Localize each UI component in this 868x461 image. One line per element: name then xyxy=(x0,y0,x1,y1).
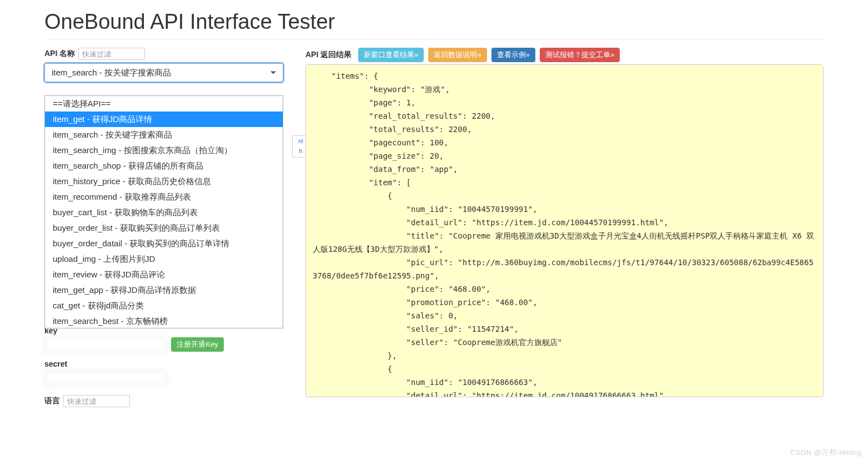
result-section-label: API 返回结果 xyxy=(305,50,352,60)
lang-label: 语言 xyxy=(44,396,60,406)
api-dropdown-item[interactable]: buyer_cart_list - 获取购物车的商品列表 xyxy=(45,205,283,220)
api-dropdown-item[interactable]: item_get - 获得JD商品详情 xyxy=(45,112,283,127)
api-filter-input[interactable] xyxy=(78,48,145,60)
api-dropdown-item[interactable]: item_history_price - 获取商品历史价格信息 xyxy=(45,174,283,189)
api-dropdown-item[interactable]: buyer_order_datail - 获取购买到的商品订单详情 xyxy=(45,236,283,251)
api-dropdown-item[interactable]: item_get_app - 获得JD商品详情原数据 xyxy=(45,282,283,298)
api-dropdown-item[interactable]: item_search_best - 京东畅销榜 xyxy=(45,313,283,328)
lang-filter-input[interactable] xyxy=(63,395,130,407)
api-dropdown-item[interactable]: item_recommend - 获取推荐商品列表 xyxy=(45,189,283,205)
api-dropdown-item[interactable]: item_review - 获得JD商品评论 xyxy=(45,267,283,282)
page-title: OneBound API Interface Tester xyxy=(44,10,824,40)
result-output[interactable]: "items": { "keyword": "游戏", "page": 1, "… xyxy=(305,64,824,397)
chevron-down-icon xyxy=(270,72,276,74)
api-dropdown-item[interactable]: item_search - 按关键字搜索商品 xyxy=(45,127,283,143)
data-desc-button[interactable]: 返回数据说明» xyxy=(428,48,486,62)
left-panel: API 名称 item_search - 按关键字搜索商品 ==请选择API==… xyxy=(44,48,289,409)
api-dropdown-list: ==请选择API==item_get - 获得JD商品详情item_search… xyxy=(44,95,283,328)
secret-input[interactable] xyxy=(44,371,167,386)
secret-label: secret xyxy=(44,359,289,368)
api-dropdown-item[interactable]: item_search_img - 按图搜索京东商品（拍立淘） xyxy=(45,143,283,158)
api-name-label: API 名称 xyxy=(44,49,75,59)
api-select-value: item_search - 按关键字搜索商品 xyxy=(52,68,171,78)
view-example-button[interactable]: 查看示例» xyxy=(491,48,535,62)
register-key-button[interactable]: 注册开通Key xyxy=(171,337,223,352)
api-dropdown-item[interactable]: buyer_order_list - 获取购买到的商品订单列表 xyxy=(45,220,283,236)
report-error-button[interactable]: 测试报错？提交工单» xyxy=(540,48,620,62)
right-panel: API 返回结果 新窗口查看结果» 返回数据说明» 查看示例» 测试报错？提交工… xyxy=(305,48,824,409)
new-window-button[interactable]: 新窗口查看结果» xyxy=(358,48,424,62)
api-select[interactable]: item_search - 按关键字搜索商品 xyxy=(44,63,283,82)
api-dropdown-item[interactable]: item_search_shop - 获得店铺的所有商品 xyxy=(45,158,283,174)
api-dropdown-item[interactable]: ==请选择API== xyxy=(45,96,283,112)
api-dropdown-item[interactable]: cat_get - 获得jd商品分类 xyxy=(45,298,283,313)
api-dropdown-item[interactable]: upload_img - 上传图片到JD xyxy=(45,251,283,267)
key-input[interactable] xyxy=(44,337,167,353)
